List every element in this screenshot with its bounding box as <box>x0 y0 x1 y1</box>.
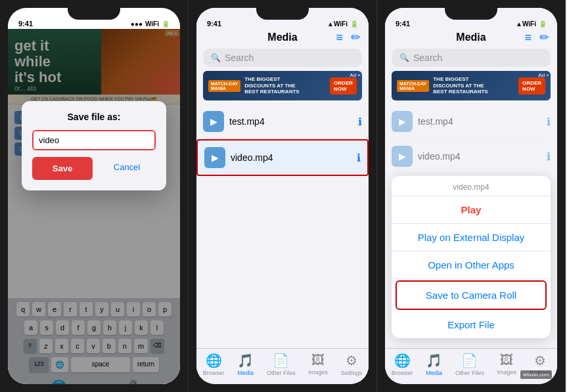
wifi-1: WiFi <box>145 20 159 28</box>
info-icon-3-1: ℹ <box>547 116 551 128</box>
phone-3-screen: 9:41 ▲WiFi 🔋 Media ≡ ✏ 🔍 Search MATCH-DA… <box>385 8 557 384</box>
nav-right-icons-3: ≡ ✏ <box>524 30 549 45</box>
ad-brand-badge-3: MATCH-DAYMANIA <box>397 80 429 92</box>
ad-banner-2: MATCH-DAYMANIA THE BIGGESTDISCOUNTS AT T… <box>203 71 362 100</box>
tab-icon-media-2: 🎵 <box>237 353 254 368</box>
time-3: 9:41 <box>396 20 410 28</box>
tab-label-browser-3: Browser <box>392 370 413 376</box>
search-placeholder-2: Search <box>225 53 254 63</box>
search-bar-3[interactable]: 🔍 Search <box>392 49 551 67</box>
tab-icon-settings-2: ⚙ <box>346 353 357 368</box>
action-export[interactable]: Export File <box>392 311 551 338</box>
tab-label-media-3: Media <box>426 370 443 376</box>
tab-label-settings-2: Settings <box>341 370 363 376</box>
tab-images-2[interactable]: 🖼 Images <box>309 353 329 376</box>
time-2: 9:41 <box>207 20 221 28</box>
ad-banner-3: MATCH-DAYMANIA THE BIGGESTDISCOUNTS AT T… <box>392 71 551 100</box>
media-name-3-2: video.mp4 <box>418 151 541 162</box>
search-bar-2[interactable]: 🔍 Search <box>203 49 362 67</box>
ad-brand-badge-2: MATCH-DAYMANIA <box>208 80 240 92</box>
info-icon-2[interactable]: ℹ <box>357 152 361 164</box>
tab-label-images-2: Images <box>309 369 329 376</box>
order-btn-2[interactable]: ORDERNOW <box>330 77 357 95</box>
save-dialog: Save file as: Save Cancel <box>22 101 166 190</box>
tab-label-images-3: Images <box>497 369 517 376</box>
notch-1 <box>68 8 120 20</box>
info-icon-1[interactable]: ℹ <box>358 116 362 128</box>
search-icon-2: 🔍 <box>211 53 221 62</box>
media-name-1: test.mp4 <box>229 116 353 127</box>
status-icons-1: ●●● WiFi 🔋 <box>131 20 170 28</box>
media-item-2[interactable]: ▶ video.mp4 ℹ <box>196 139 369 176</box>
action-sheet-filename: video.mp4 <box>392 176 551 196</box>
tab-browser-3[interactable]: 🌐 Browser <box>392 353 413 376</box>
status-icons-2: ▲WiFi 🔋 <box>327 20 358 28</box>
browser-content: get itwhileit's hot Ad × or... ato GET 1… <box>8 29 180 384</box>
save-dialog-title: Save file as: <box>32 112 156 122</box>
nav-bar-2: Media ≡ ✏ <box>196 29 369 46</box>
media-thumb-3-1: ▶ <box>392 111 413 132</box>
media-thumb-icon-1: ▶ <box>210 116 217 127</box>
save-dialog-buttons: Save Cancel <box>32 157 156 180</box>
tab-icon-browser-3: 🌐 <box>394 353 411 368</box>
search-icon-3: 🔍 <box>399 53 409 62</box>
phone-2: 9:41 ▲WiFi 🔋 Media ≡ ✏ 🔍 Search MATCH-DA… <box>189 0 377 392</box>
tab-media-3[interactable]: 🎵 Media <box>426 353 442 376</box>
save-input-wrapper <box>32 130 156 150</box>
info-icon-3-2: ℹ <box>547 150 551 163</box>
save-button[interactable]: Save <box>32 157 93 180</box>
tab-label-files-3: Other Files <box>455 370 484 376</box>
tab-label-files-2: Other Files <box>267 370 296 376</box>
nav-bar-3: Media ≡ ✏ <box>385 29 557 46</box>
tab-settings-2[interactable]: ⚙ Settings <box>341 353 363 376</box>
media-item-3-1: ▶ test.mp4 ℹ <box>392 104 551 139</box>
order-btn-3[interactable]: ORDERNOW <box>518 77 545 95</box>
media-item-1: ▶ test.mp4 ℹ <box>203 104 362 139</box>
tab-icon-browser-2: 🌐 <box>206 353 222 368</box>
tab-label-media-2: Media <box>238 370 254 376</box>
action-save-camera[interactable]: Save to Camera Roll <box>396 280 547 310</box>
nav-title-2: Media <box>267 32 297 43</box>
signal-2: ▲WiFi <box>327 20 348 28</box>
media-thumb-2: ▶ <box>204 147 225 168</box>
nav-icon-edit[interactable]: ✏ <box>351 30 361 45</box>
tab-bar-2: 🌐 Browser 🎵 Media 📄 Other Files 🖼 Images… <box>196 348 369 384</box>
tab-files-2[interactable]: 📄 Other Files <box>267 353 296 376</box>
nav-title-3: Media <box>456 32 486 43</box>
phone-1-screen: 9:41 ●●● WiFi 🔋 get itwhileit's hot Ad ×… <box>8 8 180 384</box>
save-dialog-overlay: Save file as: Save Cancel <box>8 29 180 384</box>
tab-icon-files-3: 📄 <box>461 353 478 368</box>
phone-2-screen: 9:41 ▲WiFi 🔋 Media ≡ ✏ 🔍 Search MATCH-DA… <box>196 8 369 384</box>
media-name-3-1: test.mp4 <box>418 116 541 127</box>
search-placeholder-3: Search <box>413 53 442 63</box>
watermark: wsxdn.com <box>520 370 552 379</box>
action-open-other[interactable]: Open in Other Apps <box>392 251 551 279</box>
action-play-external[interactable]: Play on External Display <box>392 224 551 251</box>
tab-images-3[interactable]: 🖼 Images <box>497 353 517 376</box>
tab-icon-media-3: 🎵 <box>426 353 442 368</box>
nav-icon-list-3[interactable]: ≡ <box>524 31 532 45</box>
save-filename-input[interactable] <box>34 131 154 149</box>
tab-media-2[interactable]: 🎵 Media <box>237 353 254 376</box>
nav-icon-edit-3[interactable]: ✏ <box>539 30 549 45</box>
media-thumb-icon-3-2: ▶ <box>399 151 406 162</box>
phone-1: 9:41 ●●● WiFi 🔋 get itwhileit's hot Ad ×… <box>0 0 189 392</box>
tab-browser-2[interactable]: 🌐 Browser <box>203 353 225 376</box>
media-item-3-2: ▶ video.mp4 ℹ <box>392 139 551 174</box>
media-thumb-icon-2: ▶ <box>212 152 219 163</box>
signal-1: ●●● <box>131 20 143 28</box>
cancel-button[interactable]: Cancel <box>98 157 156 180</box>
media-name-2: video.mp4 <box>231 152 352 163</box>
signal-3: ▲WiFi <box>516 20 536 28</box>
ad-inner-2: MATCH-DAYMANIA THE BIGGESTDISCOUNTS AT T… <box>208 76 300 95</box>
tab-files-3[interactable]: 📄 Other Files <box>455 353 484 376</box>
nav-icon-list[interactable]: ≡ <box>336 31 343 45</box>
time-1: 9:41 <box>18 20 33 28</box>
action-sheet: video.mp4 Play Play on External Display … <box>392 176 551 338</box>
tab-icon-settings-3: ⚙ <box>534 353 546 368</box>
tab-icon-files-2: 📄 <box>273 353 289 368</box>
ad-inner-3: MATCH-DAYMANIA THE BIGGESTDISCOUNTS AT T… <box>397 76 488 95</box>
tab-icon-images-2: 🖼 <box>311 353 325 368</box>
action-play[interactable]: Play <box>392 196 551 224</box>
nav-right-icons-2: ≡ ✏ <box>336 30 361 45</box>
